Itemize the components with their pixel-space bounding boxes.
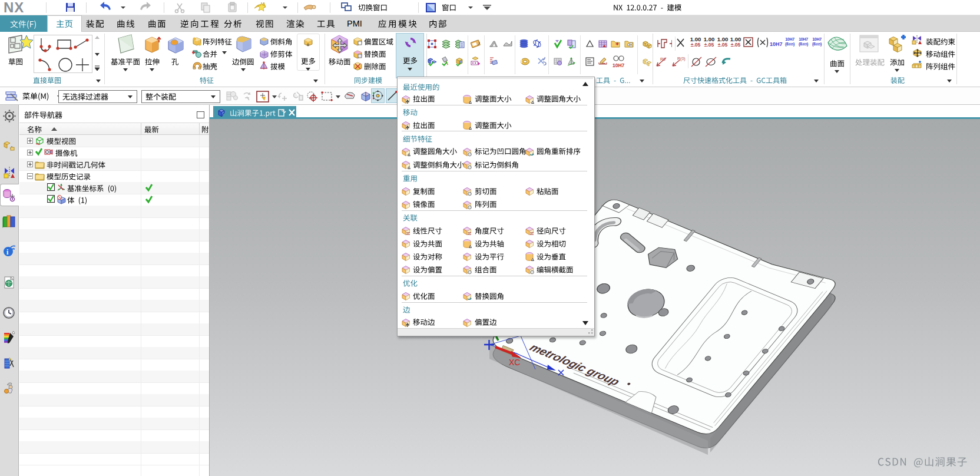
svg-text:R0: R0 xyxy=(660,57,666,61)
svg-text:R(0): R(0) xyxy=(677,57,686,61)
svg-text:10H7: 10H7 xyxy=(612,62,625,68)
svg-text:XC: XC xyxy=(509,358,520,367)
